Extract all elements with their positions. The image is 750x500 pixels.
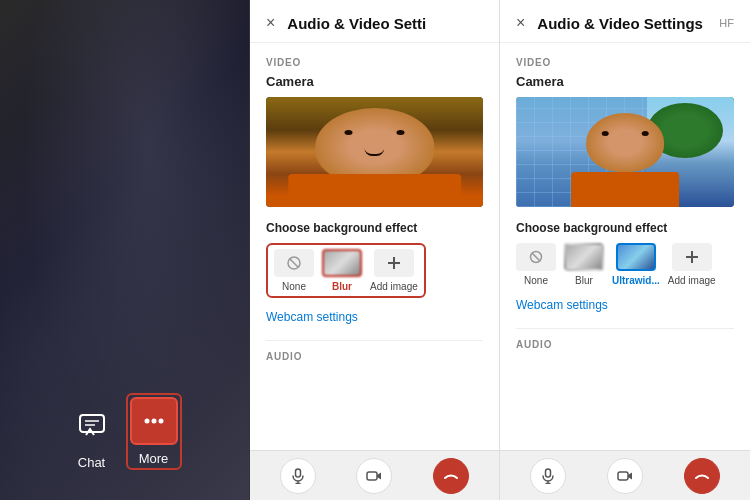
svg-point-5 bbox=[158, 419, 163, 424]
svg-rect-21 bbox=[618, 472, 628, 480]
right-mic-icon bbox=[540, 468, 556, 484]
none-circle-icon bbox=[284, 256, 304, 270]
right-divider bbox=[516, 328, 734, 329]
end-call-icon bbox=[443, 468, 459, 484]
camera-icon bbox=[366, 468, 382, 484]
right-eye-left bbox=[602, 131, 609, 136]
right-bg-effects: Choose background effect None bbox=[516, 221, 734, 286]
right-end-call-icon bbox=[694, 468, 710, 484]
middle-audio-section: AUDIO bbox=[266, 351, 483, 362]
middle-webcam-link[interactable]: Webcam settings bbox=[266, 310, 483, 324]
bg-effect-none[interactable]: None bbox=[274, 249, 314, 292]
right-bg-ultrawid[interactable]: Ultrawid... bbox=[612, 243, 660, 286]
right-blur-label: Blur bbox=[575, 275, 593, 286]
middle-modal-header: × Audio & Video Setti bbox=[250, 0, 499, 43]
right-face-oval bbox=[586, 113, 664, 172]
right-audio-section: AUDIO bbox=[516, 339, 734, 350]
chat-icon-container bbox=[68, 401, 116, 449]
right-face-eyes bbox=[602, 131, 649, 136]
chat-label: Chat bbox=[78, 455, 105, 470]
face-mouth bbox=[365, 148, 385, 156]
right-bg-ultrawid-thumb bbox=[616, 243, 656, 271]
middle-bg-effect-title: Choose background effect bbox=[266, 221, 483, 235]
shirt bbox=[288, 174, 462, 207]
svg-rect-18 bbox=[546, 469, 551, 477]
right-bg-effect-options: None Blur Ultrawid... bbox=[516, 243, 734, 286]
chat-button[interactable]: Chat bbox=[68, 401, 116, 470]
middle-settings-content: VIDEO Camera Choose background effect bbox=[250, 43, 499, 450]
middle-mic-btn[interactable] bbox=[280, 458, 316, 494]
svg-rect-13 bbox=[367, 472, 377, 480]
middle-video-section: VIDEO bbox=[266, 57, 483, 68]
right-audio-bar bbox=[500, 450, 750, 500]
bg-effect-add[interactable]: Add image bbox=[370, 249, 418, 292]
right-panel: × Audio & Video Settings HF VIDEO Camera bbox=[500, 0, 750, 500]
middle-panel: × Audio & Video Setti VIDEO Camera Choos… bbox=[250, 0, 500, 500]
eye-right bbox=[396, 130, 404, 135]
right-mic-btn[interactable] bbox=[530, 458, 566, 494]
right-bg-add-thumb bbox=[672, 243, 712, 271]
middle-end-call-btn[interactable] bbox=[433, 458, 469, 494]
right-modal-header: × Audio & Video Settings HF bbox=[500, 0, 750, 43]
more-button[interactable]: More bbox=[130, 397, 178, 466]
right-webcam-link[interactable]: Webcam settings bbox=[516, 298, 734, 312]
right-eye-right bbox=[641, 131, 648, 136]
right-hf-label: HF bbox=[719, 17, 734, 29]
middle-modal-title: Audio & Video Setti bbox=[287, 15, 426, 32]
right-camera-btn[interactable] bbox=[607, 458, 643, 494]
right-shirt bbox=[571, 172, 679, 207]
middle-bg-effects: Choose background effect None bbox=[266, 221, 483, 298]
bg-blur-label: Blur bbox=[332, 281, 352, 292]
right-camera-preview bbox=[516, 97, 734, 207]
right-none-label: None bbox=[524, 275, 548, 286]
more-icon-container bbox=[130, 397, 178, 445]
right-add-label: Add image bbox=[668, 275, 716, 286]
add-icon bbox=[385, 254, 403, 272]
mic-icon bbox=[290, 468, 306, 484]
left-panel: Chat More bbox=[0, 0, 250, 500]
middle-camera-label: Camera bbox=[266, 74, 483, 89]
middle-camera-btn[interactable] bbox=[356, 458, 392, 494]
more-button-box: More bbox=[126, 393, 182, 470]
more-dots-icon bbox=[140, 407, 168, 435]
svg-point-4 bbox=[151, 419, 156, 424]
more-label: More bbox=[139, 451, 169, 466]
right-camera-icon bbox=[617, 468, 633, 484]
middle-camera-preview bbox=[266, 97, 483, 207]
bottom-controls: Chat More bbox=[68, 393, 182, 470]
bg-effect-blur[interactable]: Blur bbox=[322, 249, 362, 292]
right-video-section: VIDEO bbox=[516, 57, 734, 68]
right-bg-none-thumb bbox=[516, 243, 556, 271]
svg-rect-10 bbox=[296, 469, 301, 477]
right-ultrawid-label: Ultrawid... bbox=[612, 275, 660, 286]
right-bg-effect-title: Choose background effect bbox=[516, 221, 734, 235]
bg-add-label: Add image bbox=[370, 281, 418, 292]
bg-none-label: None bbox=[282, 281, 306, 292]
right-bg-add[interactable]: Add image bbox=[668, 243, 716, 286]
chat-icon bbox=[76, 409, 108, 441]
middle-divider bbox=[266, 340, 483, 341]
middle-audio-bar bbox=[250, 450, 499, 500]
right-face-container bbox=[565, 108, 685, 207]
eye-left bbox=[345, 130, 353, 135]
right-bg-blur-thumb bbox=[564, 243, 604, 271]
right-bg-blur[interactable]: Blur bbox=[564, 243, 604, 286]
right-modal-title: Audio & Video Settings bbox=[537, 15, 703, 32]
middle-bg-effect-options: None Blur bbox=[274, 249, 418, 292]
right-add-icon bbox=[683, 248, 701, 266]
bg-blur-thumb bbox=[322, 249, 362, 277]
right-none-icon bbox=[527, 250, 545, 264]
right-settings-content: VIDEO Camera bbox=[500, 43, 750, 450]
right-close-button[interactable]: × bbox=[516, 14, 525, 32]
right-end-call-btn[interactable] bbox=[684, 458, 720, 494]
bg-none-thumb bbox=[274, 249, 314, 277]
right-face-overlay bbox=[565, 108, 685, 207]
bg-add-thumb bbox=[374, 249, 414, 277]
svg-point-3 bbox=[144, 419, 149, 424]
middle-camera-face bbox=[266, 97, 483, 207]
face-eyes bbox=[345, 130, 405, 135]
right-bg-none[interactable]: None bbox=[516, 243, 556, 286]
svg-line-7 bbox=[290, 259, 299, 268]
middle-close-button[interactable]: × bbox=[266, 14, 275, 32]
svg-line-15 bbox=[532, 253, 540, 261]
